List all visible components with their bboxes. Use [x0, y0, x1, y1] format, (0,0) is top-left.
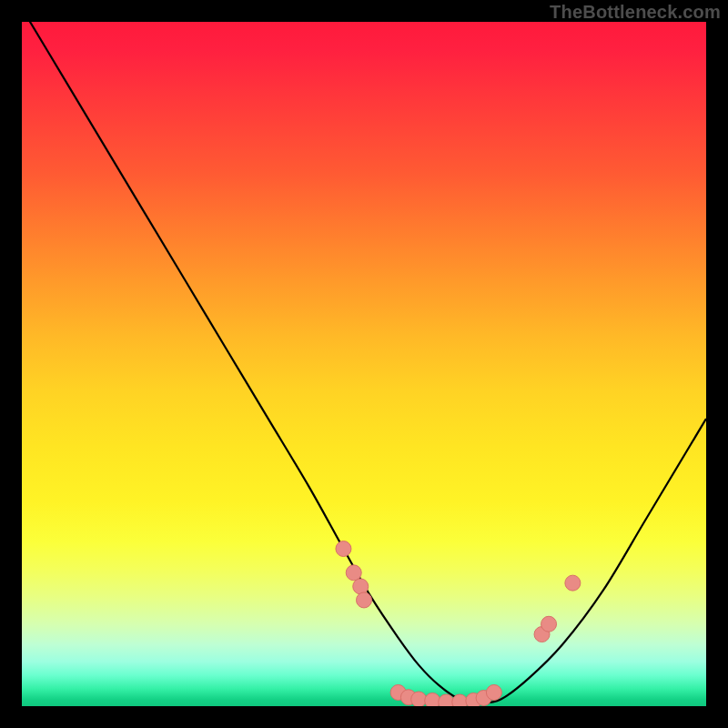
data-point	[565, 575, 581, 591]
data-point	[346, 565, 361, 581]
data-point	[411, 692, 427, 706]
data-point	[541, 616, 557, 632]
data-point	[353, 579, 369, 594]
plot-area	[22, 22, 706, 706]
data-point	[486, 684, 501, 700]
data-point	[425, 693, 440, 706]
data-point	[357, 592, 372, 608]
data-point	[439, 694, 454, 706]
watermark-text: TheBottleneck.com	[550, 2, 721, 23]
chart-frame: TheBottleneck.com	[0, 0, 728, 728]
data-points	[336, 541, 581, 706]
data-point	[452, 694, 468, 706]
data-point	[336, 541, 351, 557]
curve-layer	[22, 22, 706, 706]
